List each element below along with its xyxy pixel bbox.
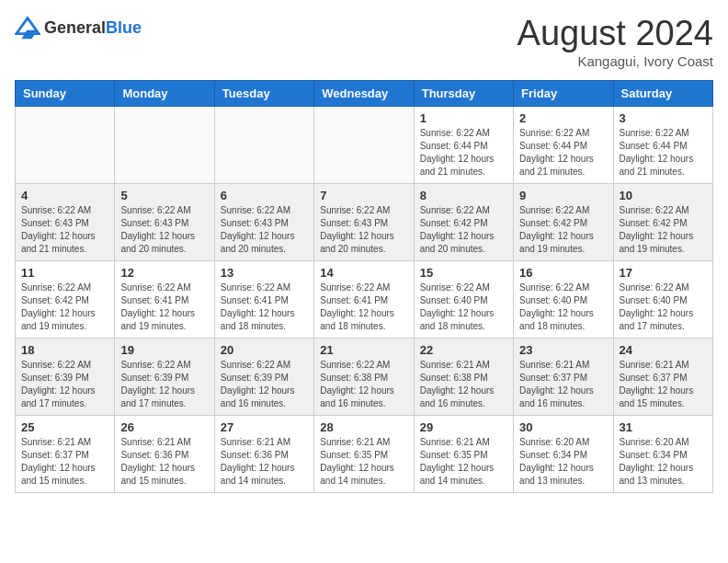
calendar-cell: 11Sunrise: 6:22 AM Sunset: 6:42 PM Dayli…: [16, 260, 115, 338]
day-number: 29: [420, 420, 507, 434]
day-number: 16: [519, 266, 607, 280]
calendar-cell: 27Sunrise: 6:21 AM Sunset: 6:36 PM Dayli…: [214, 415, 313, 492]
calendar-cell: 22Sunrise: 6:21 AM Sunset: 6:38 PM Dayli…: [414, 338, 513, 415]
day-number: 13: [221, 266, 308, 280]
day-info: Sunrise: 6:22 AM Sunset: 6:40 PM Dayligh…: [420, 282, 507, 333]
calendar-cell: 9Sunrise: 6:22 AM Sunset: 6:42 PM Daylig…: [514, 183, 613, 260]
day-info: Sunrise: 6:22 AM Sunset: 6:44 PM Dayligh…: [519, 127, 607, 178]
day-info: Sunrise: 6:22 AM Sunset: 6:40 PM Dayligh…: [519, 282, 607, 333]
day-info: Sunrise: 6:22 AM Sunset: 6:43 PM Dayligh…: [221, 204, 308, 256]
day-info: Sunrise: 6:22 AM Sunset: 6:42 PM Dayligh…: [519, 204, 607, 256]
calendar-cell: 12Sunrise: 6:22 AM Sunset: 6:41 PM Dayli…: [115, 260, 214, 338]
calendar-cell: [314, 106, 414, 183]
day-number: 28: [320, 420, 407, 434]
day-info: Sunrise: 6:22 AM Sunset: 6:39 PM Dayligh…: [21, 359, 108, 410]
day-info: Sunrise: 6:21 AM Sunset: 6:35 PM Dayligh…: [420, 436, 507, 488]
day-number: 9: [519, 189, 607, 202]
day-info: Sunrise: 6:22 AM Sunset: 6:41 PM Dayligh…: [320, 282, 407, 333]
calendar-cell: 8Sunrise: 6:22 AM Sunset: 6:42 PM Daylig…: [414, 183, 513, 260]
calendar-cell: 2Sunrise: 6:22 AM Sunset: 6:44 PM Daylig…: [514, 106, 613, 183]
week-row-1: 1Sunrise: 6:22 AM Sunset: 6:44 PM Daylig…: [16, 106, 713, 183]
day-info: Sunrise: 6:21 AM Sunset: 6:37 PM Dayligh…: [519, 359, 607, 410]
calendar-cell: 19Sunrise: 6:22 AM Sunset: 6:39 PM Dayli…: [115, 338, 214, 415]
day-number: 19: [120, 343, 208, 357]
calendar-header-row: SundayMondayTuesdayWednesdayThursdayFrid…: [16, 80, 713, 106]
day-info: Sunrise: 6:22 AM Sunset: 6:38 PM Dayligh…: [320, 359, 407, 410]
calendar-cell: [214, 106, 313, 183]
day-info: Sunrise: 6:20 AM Sunset: 6:34 PM Dayligh…: [519, 436, 607, 488]
subtitle: Kangagui, Ivory Coast: [518, 53, 713, 69]
day-info: Sunrise: 6:21 AM Sunset: 6:36 PM Dayligh…: [221, 436, 308, 488]
day-info: Sunrise: 6:22 AM Sunset: 6:44 PM Dayligh…: [620, 127, 707, 178]
day-info: Sunrise: 6:22 AM Sunset: 6:43 PM Dayligh…: [120, 204, 208, 256]
day-info: Sunrise: 6:21 AM Sunset: 6:35 PM Dayligh…: [320, 436, 407, 488]
calendar-cell: 23Sunrise: 6:21 AM Sunset: 6:37 PM Dayli…: [514, 338, 613, 415]
day-info: Sunrise: 6:22 AM Sunset: 6:39 PM Dayligh…: [221, 359, 308, 410]
day-info: Sunrise: 6:22 AM Sunset: 6:42 PM Dayligh…: [620, 204, 707, 256]
day-info: Sunrise: 6:21 AM Sunset: 6:37 PM Dayligh…: [21, 436, 108, 488]
week-row-4: 18Sunrise: 6:22 AM Sunset: 6:39 PM Dayli…: [16, 338, 713, 415]
day-info: Sunrise: 6:22 AM Sunset: 6:42 PM Dayligh…: [420, 204, 507, 256]
day-info: Sunrise: 6:20 AM Sunset: 6:34 PM Dayligh…: [620, 436, 707, 488]
calendar-cell: 21Sunrise: 6:22 AM Sunset: 6:38 PM Dayli…: [314, 338, 414, 415]
day-info: Sunrise: 6:21 AM Sunset: 6:37 PM Dayligh…: [620, 359, 707, 410]
calendar-cell: 10Sunrise: 6:22 AM Sunset: 6:42 PM Dayli…: [613, 183, 712, 260]
calendar-cell: 5Sunrise: 6:22 AM Sunset: 6:43 PM Daylig…: [115, 183, 214, 260]
day-header-saturday: Saturday: [613, 80, 712, 106]
calendar-cell: 16Sunrise: 6:22 AM Sunset: 6:40 PM Dayli…: [514, 260, 613, 338]
day-number: 4: [21, 189, 108, 202]
day-number: 7: [320, 189, 407, 202]
title-block: August 2024 Kangagui, Ivory Coast: [518, 15, 713, 69]
calendar-cell: 14Sunrise: 6:22 AM Sunset: 6:41 PM Dayli…: [314, 260, 414, 338]
calendar-cell: 18Sunrise: 6:22 AM Sunset: 6:39 PM Dayli…: [16, 338, 115, 415]
calendar-cell: 30Sunrise: 6:20 AM Sunset: 6:34 PM Dayli…: [514, 415, 613, 492]
day-info: Sunrise: 6:22 AM Sunset: 6:41 PM Dayligh…: [120, 282, 208, 333]
week-row-3: 11Sunrise: 6:22 AM Sunset: 6:42 PM Dayli…: [16, 260, 713, 338]
day-number: 22: [420, 343, 507, 357]
day-number: 14: [320, 266, 407, 280]
logo-blue: Blue: [106, 18, 142, 37]
day-header-thursday: Thursday: [414, 80, 513, 106]
calendar-cell: 24Sunrise: 6:21 AM Sunset: 6:37 PM Dayli…: [613, 338, 712, 415]
day-header-tuesday: Tuesday: [214, 80, 313, 106]
calendar-table: SundayMondayTuesdayWednesdayThursdayFrid…: [15, 80, 713, 493]
day-header-monday: Monday: [115, 80, 214, 106]
day-info: Sunrise: 6:22 AM Sunset: 6:43 PM Dayligh…: [21, 204, 108, 256]
calendar-cell: 26Sunrise: 6:21 AM Sunset: 6:36 PM Dayli…: [115, 415, 214, 492]
day-number: 18: [21, 343, 108, 357]
day-number: 23: [519, 343, 607, 357]
day-info: Sunrise: 6:22 AM Sunset: 6:42 PM Dayligh…: [21, 282, 108, 333]
calendar-cell: 4Sunrise: 6:22 AM Sunset: 6:43 PM Daylig…: [16, 183, 115, 260]
calendar-cell: 25Sunrise: 6:21 AM Sunset: 6:37 PM Dayli…: [16, 415, 115, 492]
day-header-friday: Friday: [514, 80, 613, 106]
main-title: August 2024: [518, 15, 713, 53]
day-number: 12: [120, 266, 208, 280]
day-number: 27: [221, 420, 308, 434]
week-row-5: 25Sunrise: 6:21 AM Sunset: 6:37 PM Dayli…: [16, 415, 713, 492]
calendar-cell: 20Sunrise: 6:22 AM Sunset: 6:39 PM Dayli…: [214, 338, 313, 415]
day-number: 26: [120, 420, 208, 434]
day-number: 15: [420, 266, 507, 280]
calendar-cell: 7Sunrise: 6:22 AM Sunset: 6:43 PM Daylig…: [314, 183, 414, 260]
day-number: 8: [420, 189, 507, 202]
calendar-cell: 17Sunrise: 6:22 AM Sunset: 6:40 PM Dayli…: [613, 260, 712, 338]
day-number: 20: [221, 343, 308, 357]
calendar-cell: 13Sunrise: 6:22 AM Sunset: 6:41 PM Dayli…: [214, 260, 313, 338]
day-number: 17: [620, 266, 707, 280]
day-number: 21: [320, 343, 407, 357]
day-number: 10: [620, 189, 707, 202]
calendar-cell: [16, 106, 115, 183]
day-info: Sunrise: 6:21 AM Sunset: 6:36 PM Dayligh…: [120, 436, 208, 488]
week-row-2: 4Sunrise: 6:22 AM Sunset: 6:43 PM Daylig…: [16, 183, 713, 260]
day-number: 6: [221, 189, 308, 202]
calendar-cell: 1Sunrise: 6:22 AM Sunset: 6:44 PM Daylig…: [414, 106, 513, 183]
day-number: 2: [519, 111, 607, 125]
calendar-cell: 3Sunrise: 6:22 AM Sunset: 6:44 PM Daylig…: [613, 106, 712, 183]
logo-text: GeneralBlue: [44, 18, 142, 38]
day-info: Sunrise: 6:21 AM Sunset: 6:38 PM Dayligh…: [420, 359, 507, 410]
day-number: 24: [620, 343, 707, 357]
day-number: 11: [21, 266, 108, 280]
page-header: GeneralBlue August 2024 Kangagui, Ivory …: [15, 15, 713, 69]
calendar-cell: 31Sunrise: 6:20 AM Sunset: 6:34 PM Dayli…: [613, 415, 712, 492]
day-header-sunday: Sunday: [16, 80, 115, 106]
